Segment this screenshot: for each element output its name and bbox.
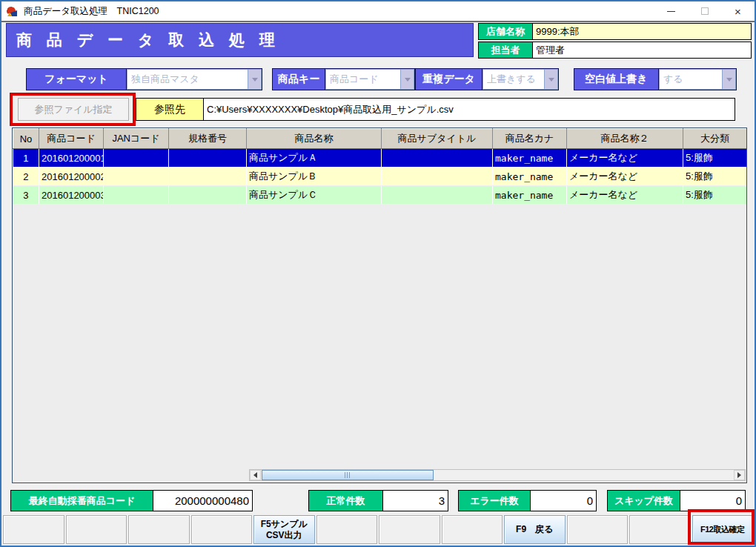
duplicate-select-value: 上書きする (483, 69, 544, 90)
cell-jan-code[interactable] (104, 149, 169, 168)
product-key-select-value: 商品コード (325, 69, 400, 90)
scroll-right-icon[interactable] (734, 470, 745, 480)
column-header-no: No (13, 129, 39, 149)
scrollbar-grip-icon (345, 472, 351, 478)
last-auto-code-label: 最終自動採番商品コード (11, 491, 153, 511)
cell-subtitle[interactable] (382, 149, 493, 168)
blank-overwrite-select-value: する (659, 69, 722, 90)
table-row[interactable]: 2 201601200002 商品サンプルＢ maker_name メーカー名な… (13, 168, 747, 186)
format-select[interactable]: 独自商品マスタ (126, 69, 262, 90)
close-icon: × (735, 6, 741, 17)
cell-product-name2[interactable]: メーカー名など (567, 149, 683, 168)
column-header-category: 大分類 (683, 129, 747, 149)
manager-label: 担当者 (479, 42, 533, 58)
format-select-value: 独自商品マスタ (127, 69, 248, 90)
cell-jan-code[interactable] (104, 168, 169, 186)
cell-product-code[interactable]: 201601200002 (39, 168, 104, 186)
cell-category[interactable]: 5:服飾 (683, 149, 747, 168)
blank-overwrite-group: 空白値上書き する (574, 68, 737, 90)
product-key-label: 商品キー (273, 69, 325, 90)
fkey-f4 (191, 515, 253, 544)
skip-count-group: スキップ件数 0 (607, 490, 746, 511)
cell-product-code[interactable]: 201601200001 (39, 149, 104, 168)
chevron-down-icon[interactable] (400, 69, 414, 90)
duplicate-label: 重複データ (416, 69, 482, 90)
cell-product-name2[interactable]: メーカー名など (567, 168, 683, 186)
duplicate-select[interactable]: 上書きする (482, 69, 558, 90)
cell-product-code[interactable]: 201601200003 (39, 186, 104, 205)
cell-kana[interactable]: maker_name (493, 168, 567, 186)
column-header-kana: 商品名カナ (493, 129, 567, 149)
app-window: 商品データ取込処理 TNIC1200 × 商 品 デ ー タ 取 込 処 理 店… (0, 0, 756, 547)
fkey-f11 (629, 515, 691, 544)
skip-count-label: スキップ件数 (608, 491, 680, 511)
cell-product-name[interactable]: 商品サンプルＣ (247, 186, 382, 205)
fkey-f3 (128, 515, 190, 544)
chevron-down-icon[interactable] (544, 69, 558, 90)
maximize-button[interactable] (688, 1, 721, 21)
store-name-value: 9999:本部 (533, 24, 751, 39)
scrollbar-track[interactable] (261, 470, 734, 480)
cell-spec-number[interactable] (169, 186, 247, 205)
fkey-f2 (66, 515, 127, 544)
error-count-label: エラー件数 (459, 491, 531, 511)
browse-file-button[interactable]: 参照ファイル指定 (18, 98, 129, 121)
fkey-f8 (442, 515, 503, 544)
blank-overwrite-select[interactable]: する (658, 69, 736, 90)
product-key-group: 商品キー 商品コード (272, 68, 415, 90)
error-count-group: エラー件数 0 (458, 490, 597, 511)
duplicate-group: 重複データ 上書きする (415, 68, 559, 90)
minimize-icon (667, 11, 675, 12)
column-header-product-code: 商品コード (39, 129, 104, 149)
cell-kana[interactable]: maker_name (493, 149, 567, 168)
file-path-field[interactable]: C:¥Users¥XXXXXXX¥Desktop¥商品取込用_サンプル.csv (203, 98, 735, 121)
horizontal-scrollbar[interactable] (249, 469, 746, 481)
scroll-left-icon[interactable] (250, 470, 261, 480)
normal-count-value: 3 (383, 491, 448, 511)
table-row[interactable]: 3 201601200003 商品サンプルＣ maker_name メーカー名な… (13, 186, 747, 205)
grid-header-row: No 商品コード JANコード 規格番号 商品名称 商品サブタイトル 商品名カナ… (13, 129, 747, 149)
cell-spec-number[interactable] (169, 149, 247, 168)
normal-count-group: 正常件数 3 (308, 490, 448, 511)
cell-jan-code[interactable] (104, 186, 169, 205)
table-row[interactable]: 1 201601200001 商品サンプルＡ maker_name メーカー名な… (13, 149, 747, 168)
chevron-down-icon[interactable] (722, 69, 736, 90)
store-name-label: 店舗名称 (479, 24, 533, 39)
last-auto-code-value: 200000000480 (153, 491, 252, 511)
cell-no[interactable]: 1 (13, 149, 39, 168)
cell-category[interactable]: 5:服飾 (683, 186, 747, 205)
fkey-f5-sample-csv-button[interactable]: F5サンプル CSV出力 (253, 515, 315, 544)
store-name-group: 店舗名称 9999:本部 (478, 23, 752, 40)
cell-no[interactable]: 3 (13, 186, 39, 205)
normal-count-label: 正常件数 (309, 491, 383, 511)
chevron-down-icon[interactable] (248, 69, 262, 90)
window-title: 商品データ取込処理 TNIC1200 (24, 5, 159, 18)
column-header-product-name: 商品名称 (247, 129, 382, 149)
cell-subtitle[interactable] (382, 186, 493, 205)
titlebar-separator (1, 21, 755, 22)
cell-spec-number[interactable] (169, 168, 247, 186)
close-button[interactable]: × (721, 1, 755, 21)
cell-product-name[interactable]: 商品サンプルＢ (247, 168, 382, 186)
fkey-f10 (567, 515, 629, 544)
cell-kana[interactable]: maker_name (493, 186, 567, 205)
cell-subtitle[interactable] (382, 168, 493, 186)
minimize-button[interactable] (654, 1, 688, 21)
cell-no[interactable]: 2 (13, 168, 39, 186)
product-key-select[interactable]: 商品コード (325, 69, 414, 90)
last-auto-code-group: 最終自動採番商品コード 200000000480 (10, 490, 253, 511)
fkey-f12-import-confirm-button[interactable]: F12取込確定 (692, 515, 754, 544)
product-grid: No 商品コード JANコード 規格番号 商品名称 商品サブタイトル 商品名カナ… (12, 127, 747, 483)
reference-path-label: 参照先 (136, 98, 204, 121)
fkey-f6 (316, 515, 378, 544)
cell-product-name[interactable]: 商品サンプルＡ (247, 149, 382, 168)
column-header-subtitle: 商品サブタイトル (382, 129, 493, 149)
format-label: フォーマット (27, 69, 126, 90)
format-group: フォーマット 独自商品マスタ (26, 68, 262, 90)
error-count-value: 0 (531, 491, 596, 511)
scrollbar-thumb[interactable] (262, 470, 434, 480)
skip-count-value: 0 (680, 491, 745, 511)
cell-product-name2[interactable]: メーカー名など (567, 186, 683, 205)
cell-category[interactable]: 5:服飾 (683, 168, 747, 186)
fkey-f9-back-button[interactable]: F9 戻る (504, 515, 566, 544)
